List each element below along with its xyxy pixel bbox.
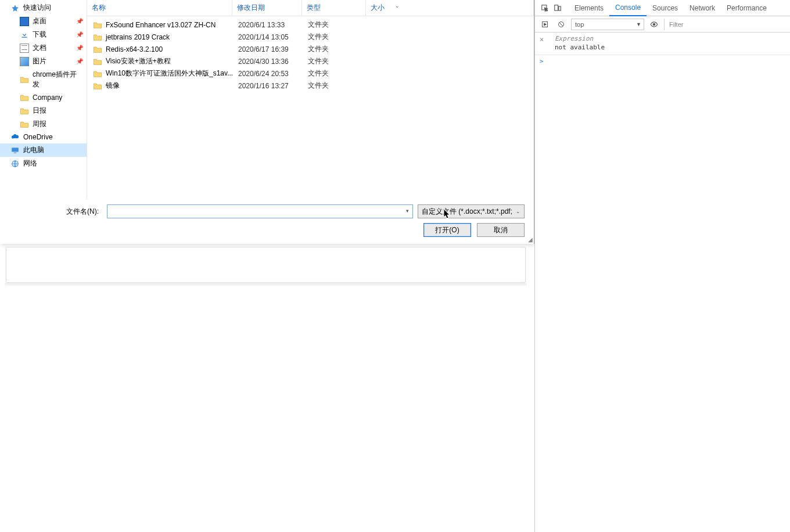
sidebar-quick-access[interactable]: 快速访问 <box>0 1 87 15</box>
sidebar-onedrive[interactable]: OneDrive <box>0 131 87 143</box>
filetype-text: 自定义文件 (*.docx;*.txt;*.pdf; <box>422 207 514 217</box>
page-shadow <box>5 283 527 287</box>
play-icon[interactable] <box>538 18 551 31</box>
folder-icon <box>20 120 29 129</box>
folder-icon <box>93 45 102 53</box>
chevron-down-icon: ⌄ <box>395 3 400 9</box>
svg-rect-1 <box>14 152 17 153</box>
folder-icon <box>93 57 102 66</box>
onedrive-icon <box>10 132 20 142</box>
folder-icon <box>20 106 29 116</box>
tab-console[interactable]: Console <box>609 1 647 16</box>
network-icon <box>10 159 20 168</box>
clear-icon[interactable] <box>555 18 568 31</box>
watch-expression[interactable]: × Expression not available <box>535 33 790 55</box>
sidebar-label: 桌面 <box>33 16 46 26</box>
filter-input[interactable]: Filter <box>664 19 790 30</box>
button-label: 打开(O) <box>435 225 459 235</box>
file-name: Win10数字许可证激活国外大神版_s1av... <box>106 69 233 78</box>
tab-elements[interactable]: Elements <box>569 0 609 16</box>
col-label: 名称 <box>92 3 106 13</box>
sidebar-label: 网络 <box>23 159 37 168</box>
filter-placeholder: Filter <box>669 21 683 28</box>
col-label: 类型 <box>307 3 321 13</box>
folder-icon <box>93 70 102 78</box>
chevron-down-icon: ▼ <box>636 21 641 27</box>
sidebar-label: 快速访问 <box>23 3 51 13</box>
file-row[interactable]: Win10数字许可证激活国外大神版_s1av...2020/6/24 20:53… <box>87 67 534 80</box>
file-row[interactable]: Visio安装+激活+教程2020/4/30 13:36文件夹 <box>87 55 534 67</box>
sidebar-label: 周报 <box>33 119 46 129</box>
file-name: Redis-x64-3.2.100 <box>106 45 163 53</box>
col-type[interactable]: 类型 <box>302 0 366 16</box>
document-icon <box>20 44 29 53</box>
close-icon[interactable]: × <box>540 35 544 44</box>
console-prompt[interactable]: > <box>535 55 790 67</box>
file-row[interactable]: jetbrains 2019 Crack2020/1/14 13:05文件夹 <box>87 31 534 43</box>
file-type: 文件夹 <box>308 20 372 30</box>
pc-icon <box>10 146 20 155</box>
file-date: 2020/6/24 20:53 <box>238 70 308 78</box>
context-select[interactable]: top ▼ <box>571 19 644 30</box>
sidebar-company[interactable]: Company <box>0 91 87 104</box>
folder-icon <box>20 93 29 102</box>
eye-icon[interactable] <box>648 18 660 31</box>
file-type: 文件夹 <box>308 44 372 54</box>
sidebar-network[interactable]: 网络 <box>0 157 87 170</box>
download-icon <box>20 30 29 39</box>
col-label: 修改日期 <box>237 3 265 13</box>
chevron-down-icon: ⌄ <box>516 209 520 214</box>
file-open-dialog: 快速访问 桌面 📌 下载 📌 文档 📌 <box>0 0 534 244</box>
dialog-footer: 文件名(N): 自定义文件 (*.docx;*.txt;*.pdf; ⌄ 打开(… <box>0 199 534 244</box>
col-name[interactable]: 名称 <box>87 0 232 16</box>
file-name: Visio安装+激活+教程 <box>106 56 171 66</box>
file-type: 文件夹 <box>308 56 372 66</box>
page-background-card <box>6 247 526 283</box>
cancel-button[interactable]: 取消 <box>477 223 525 237</box>
sidebar-this-pc[interactable]: 此电脑 <box>0 143 87 157</box>
sidebar-label: 日报 <box>33 106 46 116</box>
star-icon <box>10 3 20 13</box>
pin-icon: 📌 <box>76 45 83 51</box>
sidebar-chrome-dev[interactable]: chrome插件开发 <box>0 68 87 91</box>
sidebar-downloads[interactable]: 下载 📌 <box>0 28 87 41</box>
filename-input[interactable] <box>107 204 413 218</box>
tab-performance[interactable]: Performance <box>721 0 773 16</box>
open-button[interactable]: 打开(O) <box>423 223 471 237</box>
filetype-select[interactable]: 自定义文件 (*.docx;*.txt;*.pdf; ⌄ <box>418 204 525 218</box>
sidebar-label: 此电脑 <box>23 145 44 155</box>
sidebar-label: 图片 <box>33 56 46 66</box>
inspect-icon[interactable] <box>538 2 551 15</box>
devtools-tabs: Elements Console Sources Network Perform… <box>535 0 790 16</box>
resize-grip-icon[interactable]: ◢ <box>528 236 533 243</box>
file-row[interactable]: Redis-x64-3.2.1002020/6/17 16:39文件夹 <box>87 43 534 55</box>
file-date: 2020/6/1 13:33 <box>238 21 308 29</box>
sidebar-weekly[interactable]: 周报 <box>0 117 87 131</box>
sidebar-daily[interactable]: 日报 <box>0 104 87 117</box>
svg-rect-5 <box>559 6 561 10</box>
column-headers: 名称 修改日期 类型 大小⌄ <box>87 0 534 16</box>
pin-icon: 📌 <box>76 31 83 38</box>
folder-icon <box>93 33 102 41</box>
file-row[interactable]: FxSound Enhancer v13.027 ZH-CN2020/6/1 1… <box>87 19 534 31</box>
device-toggle-icon[interactable] <box>551 2 564 15</box>
col-date[interactable]: 修改日期 <box>232 0 302 16</box>
prompt-char: > <box>540 57 544 65</box>
tab-label: Console <box>615 3 641 12</box>
col-size[interactable]: 大小⌄ <box>366 0 534 16</box>
sidebar-documents[interactable]: 文档 📌 <box>0 41 87 55</box>
tab-network[interactable]: Network <box>684 0 721 16</box>
watch-expr-text: Expression <box>555 35 785 42</box>
sidebar-desktop[interactable]: 桌面 📌 <box>0 15 87 28</box>
folder-icon <box>20 75 29 84</box>
console-toolbar: top ▼ Filter <box>535 16 790 33</box>
tab-label: Sources <box>652 4 678 12</box>
folder-icon <box>93 82 102 90</box>
file-list-area: 名称 修改日期 类型 大小⌄ FxSound Enhancer v13.027 … <box>87 0 534 199</box>
sidebar-pictures[interactable]: 图片 📌 <box>0 55 87 68</box>
tab-sources[interactable]: Sources <box>647 0 684 16</box>
folder-icon <box>93 21 102 29</box>
col-label: 大小 <box>371 3 385 13</box>
file-row[interactable]: 镜像2020/1/16 13:27文件夹 <box>87 80 534 92</box>
context-label: top <box>575 21 584 28</box>
